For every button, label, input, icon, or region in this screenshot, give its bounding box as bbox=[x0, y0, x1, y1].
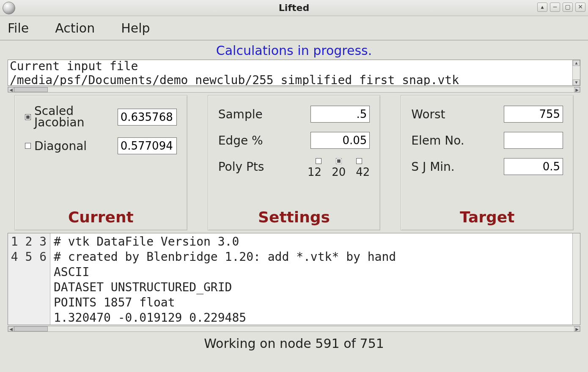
panel-current: ScaledJacobian Diagonal Current bbox=[14, 95, 187, 230]
sample-label: Sample bbox=[218, 107, 263, 121]
edge-label: Edge % bbox=[218, 134, 263, 148]
scroll-down-icon[interactable]: ▼ bbox=[573, 79, 580, 85]
menu-action[interactable]: Action bbox=[52, 19, 97, 37]
code-hscroll-thumb[interactable] bbox=[14, 326, 48, 331]
code-vscroll[interactable] bbox=[572, 233, 580, 325]
scaled-jacobian-value[interactable] bbox=[118, 109, 177, 126]
maximize-button[interactable]: ▢ bbox=[563, 3, 573, 12]
scroll-up-icon[interactable]: ▲ bbox=[573, 60, 580, 66]
elemno-input[interactable] bbox=[504, 132, 563, 149]
scroll-left-icon[interactable]: ◀ bbox=[8, 87, 14, 92]
row-polypts: Poly Pts 12 20 42 bbox=[218, 158, 370, 178]
window-controls: ▴ − ▢ ✕ bbox=[537, 3, 585, 12]
panel-target-title: Target bbox=[411, 208, 563, 226]
polypts-42-checkbox[interactable] bbox=[356, 158, 362, 164]
input-file-hscroll[interactable]: ◀ ▶ bbox=[8, 87, 580, 93]
sjmin-label: S J Min. bbox=[411, 160, 454, 174]
menu-file[interactable]: File bbox=[5, 19, 31, 37]
rollup-button[interactable]: ▴ bbox=[537, 3, 547, 12]
input-file-vscroll[interactable]: ▲ ▼ bbox=[572, 60, 580, 85]
polypts-20-label: 20 bbox=[332, 166, 346, 178]
panels-row: ScaledJacobian Diagonal Current Sample E… bbox=[14, 95, 574, 230]
polypts-20-checkbox[interactable] bbox=[336, 158, 342, 164]
diagonal-label: Diagonal bbox=[34, 139, 87, 153]
polypts-42-label: 42 bbox=[356, 166, 370, 178]
worst-label: Worst bbox=[411, 107, 445, 121]
code-content: # vtk DataFile Version 3.0 # created by … bbox=[50, 233, 572, 325]
minimize-button[interactable]: − bbox=[550, 3, 560, 12]
input-file-content: Current input file /media/psf/Documents/… bbox=[10, 60, 459, 86]
panel-current-title: Current bbox=[25, 208, 177, 226]
row-edge: Edge % bbox=[218, 132, 370, 149]
polypts-label: Poly Pts bbox=[218, 160, 264, 174]
input-file-textarea[interactable]: Current input file /media/psf/Documents/… bbox=[8, 60, 580, 86]
code-hscroll[interactable]: ◀ ▶ bbox=[8, 326, 580, 332]
row-sample: Sample bbox=[218, 106, 370, 123]
hscroll-thumb[interactable] bbox=[14, 87, 48, 92]
scaled-jacobian-checkbox[interactable] bbox=[25, 114, 31, 120]
polypts-12-label: 12 bbox=[308, 166, 321, 178]
status-banner: Calculations in progress. bbox=[0, 41, 588, 60]
row-scaled-jacobian: ScaledJacobian bbox=[25, 106, 177, 128]
window-title: Lifted bbox=[0, 3, 588, 13]
panel-target: Worst Elem No. S J Min. Target bbox=[401, 95, 574, 230]
code-scroll-right-icon[interactable]: ▶ bbox=[574, 326, 580, 331]
title-bar: Lifted ▴ − ▢ ✕ bbox=[0, 0, 588, 16]
menu-bar: File Action Help bbox=[0, 16, 588, 41]
code-view[interactable]: 1 2 3 4 5 6 # vtk DataFile Version 3.0 #… bbox=[8, 233, 580, 325]
panel-settings-title: Settings bbox=[218, 208, 370, 226]
menu-help[interactable]: Help bbox=[118, 19, 152, 37]
row-sjmin: S J Min. bbox=[411, 158, 563, 175]
elemno-label: Elem No. bbox=[411, 134, 464, 148]
row-worst: Worst bbox=[411, 106, 563, 123]
edge-input[interactable] bbox=[310, 132, 370, 149]
scaled-jacobian-label: ScaledJacobian bbox=[34, 106, 84, 128]
app-icon bbox=[3, 2, 15, 14]
row-diagonal: Diagonal bbox=[25, 137, 177, 154]
scroll-right-icon[interactable]: ▶ bbox=[574, 87, 580, 92]
diagonal-checkbox[interactable] bbox=[25, 143, 31, 149]
code-gutter: 1 2 3 4 5 6 bbox=[8, 233, 50, 325]
code-scroll-left-icon[interactable]: ◀ bbox=[8, 326, 14, 331]
worst-input[interactable] bbox=[504, 106, 563, 123]
sjmin-input[interactable] bbox=[504, 158, 563, 175]
status-bar: Working on node 591 of 751 bbox=[0, 334, 588, 353]
row-elemno: Elem No. bbox=[411, 132, 563, 149]
sample-input[interactable] bbox=[310, 106, 370, 123]
close-button[interactable]: ✕ bbox=[575, 3, 585, 12]
diagonal-value[interactable] bbox=[118, 137, 177, 154]
panel-settings: Sample Edge % Poly Pts 12 20 bbox=[208, 95, 381, 230]
polypts-12-checkbox[interactable] bbox=[316, 158, 321, 164]
